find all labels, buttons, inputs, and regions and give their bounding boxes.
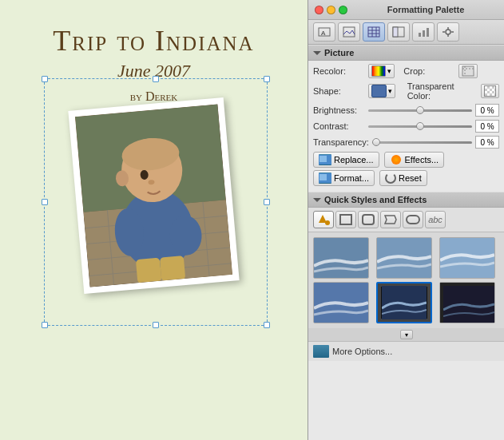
toolbar-text-btn[interactable]: A [313,22,335,42]
reset-icon [385,172,396,184]
style-item-6[interactable] [439,282,495,323]
document-panel: Trip to Indiana June 2007 by Derek [0,0,308,440]
quick-styles-label: Quick Styles and Effects [324,195,427,204]
toolbar-layout-btn[interactable] [387,22,410,42]
transparent-color-button[interactable] [481,84,499,98]
svg-rect-39 [462,66,474,76]
transparent-color-icon [484,85,496,97]
svg-rect-24 [368,27,379,37]
handle-top-left[interactable] [42,76,48,82]
picture-section-content: Recolor: ▾ Crop: Shape: ▾ Transparent Co… [308,61,504,192]
transparency-slider[interactable] [372,141,472,144]
close-button[interactable] [315,6,323,14]
crop-label: Crop: [403,66,455,76]
maximize-button[interactable] [339,6,347,14]
handle-middle-right[interactable] [264,199,270,205]
photo-frame[interactable] [68,97,239,294]
style-item-4[interactable] [313,282,369,323]
section-collapse-icon [313,51,321,55]
svg-rect-46 [319,174,327,180]
styles-collapse-icon [313,198,321,202]
handle-bottom-center[interactable] [153,322,159,328]
style-tabs: abc [308,208,504,232]
svg-rect-30 [393,27,398,37]
brightness-value[interactable]: 0 % [475,104,499,117]
brightness-thumb[interactable] [416,106,424,114]
contrast-slider-container [368,125,472,128]
crop-button[interactable] [458,64,478,78]
palette-titlebar: Formatting Palette [308,0,504,20]
transparency-value[interactable]: 0 % [475,136,499,149]
svg-rect-49 [363,215,374,224]
transparency-slider-container [372,141,472,144]
transparency-thumb[interactable] [372,138,380,146]
style-item-3[interactable] [439,237,495,279]
handle-bottom-left[interactable] [42,322,48,328]
replace-icon [319,154,331,165]
brightness-slider-container [368,109,472,112]
contrast-value[interactable]: 0 % [475,120,499,133]
contrast-label: Contrast: [313,121,365,131]
toolbar-image-btn[interactable] [338,22,360,42]
action-row-2: Format... Reset [313,170,499,186]
brightness-label: Brightness: [313,105,365,115]
replace-label: Replace... [334,155,374,165]
reset-label: Reset [399,173,422,183]
recolor-row: Recolor: ▾ Crop: [313,64,499,78]
picture-section-label: Picture [324,48,354,57]
shape-dropdown[interactable]: ▾ [368,84,395,98]
more-options-row: More Options... [308,341,504,361]
svg-rect-48 [340,215,351,224]
effects-button[interactable]: Effects... [384,152,445,168]
style-tab-text[interactable]: abc [425,211,446,228]
svg-text:A: A [321,30,326,37]
toolbar: A [308,20,504,45]
svg-point-47 [325,220,330,225]
document-title: Trip to Indiana [0,24,308,57]
handle-middle-left[interactable] [42,199,48,205]
quick-styles-header[interactable]: Quick Styles and Effects [308,192,504,208]
brightness-slider[interactable] [368,109,472,112]
style-item-2[interactable] [376,237,432,279]
style-tab-pill[interactable] [403,211,423,228]
toolbar-settings-btn[interactable] [437,22,459,42]
style-tab-paint[interactable] [313,211,334,228]
contrast-thumb[interactable] [416,122,424,130]
style-tab-chevron[interactable] [380,211,401,228]
style-tab-square[interactable] [335,211,356,228]
toolbar-chart-btn[interactable] [412,22,435,42]
recolor-dropdown[interactable]: ▾ [368,64,395,78]
action-row-1: Replace... Effects... [313,152,499,168]
style-tab-rounded[interactable] [358,211,379,228]
format-button[interactable]: Format... [313,170,375,186]
toolbar-table-btn[interactable] [363,22,385,42]
svg-rect-42 [375,87,384,95]
transparency-row: Transparency: 0 % [313,136,499,149]
contrast-row: Contrast: 0 % [313,120,499,133]
contrast-slider[interactable] [368,125,472,128]
handle-top-right[interactable] [264,76,270,82]
more-options-icon [313,345,329,358]
style-grid [308,232,504,328]
scroll-area: ▾ [308,328,504,341]
brightness-row: Brightness: 0 % [313,104,499,117]
handle-top-center[interactable] [153,76,159,82]
svg-rect-44 [319,156,327,162]
reset-button[interactable]: Reset [379,170,427,186]
style-item-5[interactable] [376,282,432,323]
minimize-button[interactable] [327,6,335,14]
svg-rect-20 [160,256,186,282]
effects-icon [390,154,403,165]
format-icon [319,172,331,184]
handle-bottom-right[interactable] [264,322,270,328]
transparent-color-label: Transparent Color: [407,81,478,101]
svg-rect-33 [427,28,429,37]
replace-button[interactable]: Replace... [313,152,379,168]
style-item-1[interactable] [313,237,369,279]
svg-point-34 [446,30,450,34]
more-options-label[interactable]: More Options... [332,347,392,356]
shape-row: Shape: ▾ Transparent Color: [313,81,499,101]
scroll-down-button[interactable]: ▾ [400,330,413,339]
shape-label: Shape: [313,86,365,96]
picture-section-header[interactable]: Picture [308,45,504,61]
